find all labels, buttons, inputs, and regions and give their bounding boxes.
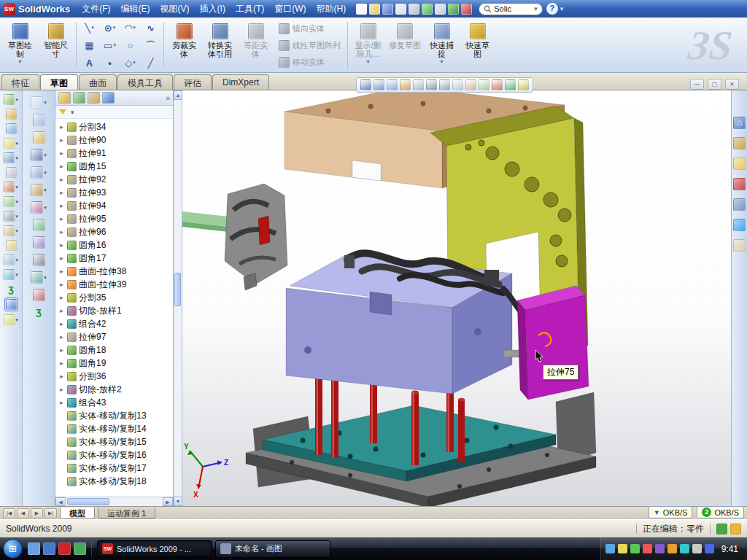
expander-icon[interactable]: ▸: [58, 320, 65, 327]
ribbon-tab[interactable]: 模具工具: [117, 74, 173, 90]
expander-icon[interactable]: ▸: [58, 149, 65, 157]
scroll-left-icon[interactable]: ◀: [55, 497, 66, 506]
help-button[interactable]: ?: [546, 3, 558, 15]
flyout-arrow-icon[interactable]: ▾: [15, 141, 18, 147]
tree-horizontal-scrollbar[interactable]: ◀ ▶: [55, 497, 173, 506]
magenta-block[interactable]: [517, 286, 589, 400]
display-delete-relations-button[interactable]: 显示/删除几...▾: [351, 20, 385, 71]
tree-item[interactable]: ▸圆角17: [55, 252, 173, 265]
draft-icon[interactable]: ▾: [4, 225, 18, 236]
flyout-arrow-icon[interactable]: ▾: [15, 97, 18, 103]
menu-item[interactable]: 视图(V): [155, 1, 195, 18]
flyout-arrow-icon[interactable]: ▾: [15, 199, 18, 205]
menu-item[interactable]: 帮助(H): [311, 1, 352, 18]
tangent-arc-tool[interactable]: ⌒: [141, 37, 160, 54]
tree-item[interactable]: 实体-移动/复制16: [55, 448, 173, 462]
tree-item[interactable]: ▸拉伸93: [55, 186, 173, 199]
tray-icon-8[interactable]: [692, 544, 702, 553]
tree-item[interactable]: ▸分割36: [55, 370, 173, 383]
document-minimize-button[interactable]: ─: [690, 79, 704, 90]
custom-properties-icon[interactable]: [733, 239, 746, 252]
tree-item[interactable]: 实体-移动/复制15: [55, 435, 173, 448]
tree-item[interactable]: ▸拉伸94: [55, 199, 173, 212]
swept-boss-icon[interactable]: [6, 123, 17, 134]
expander-icon[interactable]: ▸: [58, 268, 65, 275]
file-explorer-icon[interactable]: [733, 158, 746, 170]
expander-icon[interactable]: ▸: [58, 373, 65, 380]
go-first-button[interactable]: |◀: [3, 508, 15, 518]
make-drawing-icon[interactable]: [395, 4, 406, 15]
search-dropdown-icon[interactable]: ▾: [534, 5, 538, 12]
featuremanager-tab[interactable]: [58, 92, 71, 104]
perimeter-circle-tool[interactable]: ○: [120, 37, 140, 54]
ribbon-tab[interactable]: 特征: [1, 74, 39, 90]
fillet-icon[interactable]: ▾: [4, 196, 18, 207]
solidworks-launcher-icon[interactable]: [58, 542, 71, 555]
spline-curve-icon[interactable]: ʒ: [36, 306, 41, 317]
window-switcher-icon[interactable]: [43, 542, 55, 555]
rotate-view-icon[interactable]: [400, 79, 411, 90]
tree-item[interactable]: ▸拉伸90: [55, 133, 173, 147]
flyout-arrow-icon[interactable]: ▾: [44, 205, 47, 211]
tree-item[interactable]: 实体-移动/复制17: [55, 462, 173, 475]
browser-icon[interactable]: [74, 542, 86, 555]
print-icon[interactable]: [409, 4, 419, 15]
hide-show-items-icon[interactable]: [452, 79, 463, 90]
expander-icon[interactable]: ▸: [58, 215, 65, 222]
expander-icon[interactable]: ▸: [58, 189, 65, 196]
repair-sketch-button[interactable]: 修复草图: [387, 20, 423, 71]
menu-item[interactable]: 工具(T): [231, 1, 269, 18]
rectangle-tool[interactable]: ▭▾: [100, 37, 120, 54]
ribbon-tab[interactable]: DimXpert: [212, 74, 269, 90]
tree-item[interactable]: ▸拉伸97: [55, 330, 173, 343]
tray-icon-5[interactable]: [655, 544, 665, 553]
task-solidworks[interactable]: SWSolidWorks 2009 - ...: [97, 540, 212, 558]
undo-icon[interactable]: [422, 4, 433, 15]
ribbon-tab[interactable]: 曲面: [79, 74, 117, 90]
tree-vertical-scrollbar[interactable]: ▲ ▼: [174, 90, 182, 506]
extruded-cut-icon[interactable]: ▾: [4, 152, 18, 163]
revolved-cut-icon[interactable]: ▾: [4, 182, 18, 192]
extruded-boss-icon[interactable]: ▾: [4, 94, 18, 105]
scroll-right-icon[interactable]: ▶: [163, 497, 173, 506]
tray-icon-1[interactable]: [605, 544, 615, 553]
expander-icon[interactable]: ▸: [58, 202, 65, 209]
toolbar-options-icon[interactable]: ▾: [560, 5, 564, 12]
instant3d-icon[interactable]: ▾: [4, 314, 18, 325]
smart-dimension-icon[interactable]: [33, 131, 45, 144]
flyout-arrow-icon[interactable]: ▾: [15, 184, 18, 190]
tree-item[interactable]: 实体-移动/复制14: [55, 422, 173, 435]
helix-curve-icon[interactable]: ʒ: [8, 284, 13, 295]
reference-geometry-icon[interactable]: ▾: [4, 269, 18, 280]
hole-wizard-icon[interactable]: [6, 167, 17, 178]
panel-collapse-chevron-icon[interactable]: »: [166, 94, 170, 102]
spline-icon[interactable]: [33, 236, 45, 249]
centerline-icon[interactable]: ▾: [31, 271, 47, 284]
flyout-arrow-icon[interactable]: ▾: [15, 228, 18, 234]
search-box[interactable]: ▾: [479, 3, 543, 15]
text-tool[interactable]: A: [80, 55, 99, 71]
filter-funnel-icon[interactable]: [59, 109, 66, 114]
trim-entities-button[interactable]: 剪裁实体: [167, 20, 201, 71]
flyout-arrow-icon[interactable]: ▾: [44, 275, 47, 281]
design-library-icon[interactable]: [733, 137, 746, 149]
point-icon[interactable]: [33, 254, 45, 266]
scroll-down-icon[interactable]: ▼: [174, 497, 182, 506]
flyout-arrow-icon[interactable]: ▾: [44, 152, 47, 158]
sketch-icon[interactable]: ▾: [31, 96, 47, 109]
expander-icon[interactable]: ▸: [58, 176, 65, 183]
expander-icon[interactable]: ▸: [58, 333, 65, 341]
view-orientation-icon[interactable]: [479, 79, 489, 90]
tree-item[interactable]: ▸拉伸92: [55, 173, 173, 186]
propertymanager-tab[interactable]: [73, 92, 85, 104]
solidworks-resources-home-icon[interactable]: ⌂: [733, 117, 746, 129]
flyout-arrow-icon[interactable]: ▾: [15, 155, 18, 161]
realview-icon[interactable]: [492, 79, 503, 90]
ribbon-tab[interactable]: 评估: [174, 74, 212, 90]
model-tab[interactable]: 模型: [60, 508, 95, 519]
scroll-up-icon[interactable]: ▲: [174, 90, 182, 100]
expander-icon[interactable]: ▸: [58, 123, 65, 131]
graphics-area[interactable]: Y Z X: [182, 90, 731, 506]
tree-item[interactable]: ▸拉伸95: [55, 212, 173, 225]
flyout-arrow-icon[interactable]: ▾: [44, 170, 47, 176]
